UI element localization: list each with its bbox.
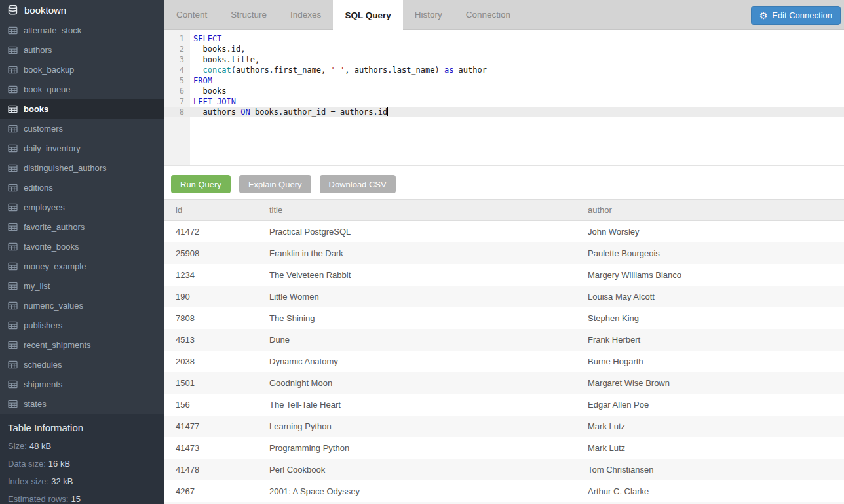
- sidebar-table-item[interactable]: authors: [0, 40, 164, 60]
- code-line[interactable]: 4 concat(authors.first_name, ' ', author…: [164, 65, 844, 75]
- table-icon: [8, 262, 18, 271]
- table-row[interactable]: 4513 Dune Frank Herbert: [164, 329, 844, 351]
- line-number: 3: [164, 54, 190, 65]
- tab[interactable]: History: [403, 0, 454, 29]
- sql-editor[interactable]: 1SELECT2 books.id,3 books.title,4 concat…: [164, 30, 844, 166]
- sidebar-table-item[interactable]: recent_shipments: [0, 335, 164, 355]
- tab-label: Content: [176, 10, 207, 20]
- cell-id: 1501: [164, 378, 258, 388]
- sidebar-table-item[interactable]: states: [0, 394, 164, 414]
- table-row[interactable]: 2038 Dynamic Anatomy Burne Hogarth: [164, 351, 844, 372]
- tab[interactable]: Content: [164, 0, 219, 29]
- sidebar-table-item[interactable]: favorite_books: [0, 237, 164, 256]
- table-name: my_list: [24, 281, 50, 291]
- tab[interactable]: Connection: [454, 0, 522, 29]
- cell-author: Mark Lutz: [577, 421, 844, 431]
- tab[interactable]: SQL Query: [333, 0, 402, 30]
- table-name: authors: [24, 45, 52, 55]
- table-row[interactable]: 156 The Tell-Tale Heart Edgar Allen Poe: [164, 394, 844, 416]
- code-text: FROM: [190, 75, 212, 86]
- code-line[interactable]: 8 authors ON books.author_id = authors.i…: [164, 107, 844, 117]
- sidebar-table-item[interactable]: books: [0, 99, 164, 119]
- sidebar-table-item[interactable]: editions: [0, 178, 164, 197]
- sidebar-table-item[interactable]: money_example: [0, 256, 164, 276]
- cell-title: Goodnight Moon: [258, 378, 577, 388]
- table-icon: [8, 360, 18, 369]
- sidebar-table-item[interactable]: distinguished_authors: [0, 158, 164, 178]
- code-text: books.title,: [190, 54, 259, 65]
- table-name: schedules: [24, 360, 62, 370]
- action-button[interactable]: Run Query: [171, 175, 231, 193]
- action-button[interactable]: Download CSV: [320, 175, 396, 193]
- table-icon: [8, 400, 18, 408]
- table-row[interactable]: 41477 Learning Python Mark Lutz: [164, 416, 844, 437]
- cell-id: 4267: [164, 486, 258, 496]
- table-row[interactable]: 41478 Perl Cookbook Tom Christiansen: [164, 459, 844, 480]
- table-row[interactable]: 190 Little Women Louisa May Alcott: [164, 286, 844, 307]
- code-line[interactable]: 7LEFT JOIN: [164, 96, 844, 107]
- sidebar-table-item[interactable]: employees: [0, 197, 164, 217]
- table-row[interactable]: 41472 Practical PostgreSQL John Worsley: [164, 221, 844, 242]
- cell-title: Dynamic Anatomy: [258, 357, 577, 366]
- line-number: 4: [164, 65, 190, 75]
- sidebar-table-item[interactable]: book_backup: [0, 60, 164, 79]
- code-line[interactable]: 5FROM: [164, 75, 844, 86]
- sidebar-table-item[interactable]: my_list: [0, 276, 164, 296]
- table-row[interactable]: 4267 2001: A Space Odyssey Arthur C. Cla…: [164, 480, 844, 502]
- tab-label: Indexes: [290, 10, 321, 20]
- table-icon: [8, 223, 18, 231]
- code-text: books: [190, 86, 227, 96]
- table-row[interactable]: 41473 Programming Python Mark Lutz: [164, 437, 844, 459]
- cell-id: 7808: [164, 313, 258, 323]
- sidebar-table-item[interactable]: numeric_values: [0, 296, 164, 315]
- code-line[interactable]: 2 books.id,: [164, 44, 844, 54]
- sidebar-table-item[interactable]: customers: [0, 119, 164, 138]
- table-icon: [8, 184, 18, 192]
- edit-connection-button[interactable]: ⚙ Edit Connection: [751, 6, 841, 25]
- column-header: title: [258, 205, 577, 215]
- table-icon: [8, 66, 18, 74]
- code-line[interactable]: 3 books.title,: [164, 54, 844, 65]
- table-icon: [8, 164, 18, 172]
- table-icon: [8, 380, 18, 389]
- table-name: favorite_books: [24, 242, 79, 252]
- sidebar-table-item[interactable]: daily_inventory: [0, 138, 164, 158]
- cell-title: Little Women: [258, 292, 577, 301]
- info-value: 15: [71, 494, 80, 504]
- tab-label: Structure: [231, 10, 267, 20]
- code-text: books.id,: [190, 44, 245, 54]
- sidebar-table-item[interactable]: alternate_stock: [0, 20, 164, 40]
- tab-label: Connection: [466, 10, 510, 20]
- code-text: authors ON books.author_id = authors.id: [190, 107, 388, 117]
- cell-author: Frank Herbert: [577, 335, 844, 345]
- tab[interactable]: Structure: [219, 0, 278, 29]
- cell-id: 2038: [164, 357, 258, 366]
- tab[interactable]: Indexes: [278, 0, 333, 29]
- table-icon: [8, 46, 18, 54]
- action-button[interactable]: Explain Query: [239, 175, 311, 193]
- cell-title: 2001: A Space Odyssey: [258, 486, 577, 496]
- table-row[interactable]: 1234 The Velveteen Rabbit Margery Willia…: [164, 264, 844, 286]
- cell-id: 41477: [164, 421, 258, 431]
- database-header[interactable]: booktown: [0, 0, 164, 20]
- cell-author: Mark Lutz: [577, 443, 844, 453]
- table-row[interactable]: 7808 The Shining Stephen King: [164, 307, 844, 329]
- sidebar-table-item[interactable]: schedules: [0, 355, 164, 374]
- sidebar-table-item[interactable]: book_queue: [0, 79, 164, 99]
- cell-author: Edgar Allen Poe: [577, 400, 844, 410]
- line-number: 8: [164, 107, 190, 117]
- query-actions: Run QueryExplain QueryDownload CSV: [164, 166, 844, 193]
- table-icon: [8, 282, 18, 290]
- cell-author: John Worsley: [577, 227, 844, 237]
- results-header: idtitleauthor: [164, 199, 844, 221]
- table-row[interactable]: 1501 Goodnight Moon Margaret Wise Brown: [164, 372, 844, 394]
- table-name: publishers: [24, 320, 62, 330]
- table-row[interactable]: 25908 Franklin in the Dark Paulette Bour…: [164, 242, 844, 264]
- info-label: Data size:: [8, 459, 46, 469]
- sidebar-table-item[interactable]: shipments: [0, 374, 164, 394]
- sidebar-table-item[interactable]: publishers: [0, 315, 164, 335]
- sidebar-table-item[interactable]: favorite_authors: [0, 217, 164, 237]
- code-line[interactable]: 6 books: [164, 86, 844, 96]
- code-line[interactable]: 1SELECT: [164, 33, 844, 44]
- info-label: Estimated rows:: [8, 494, 68, 504]
